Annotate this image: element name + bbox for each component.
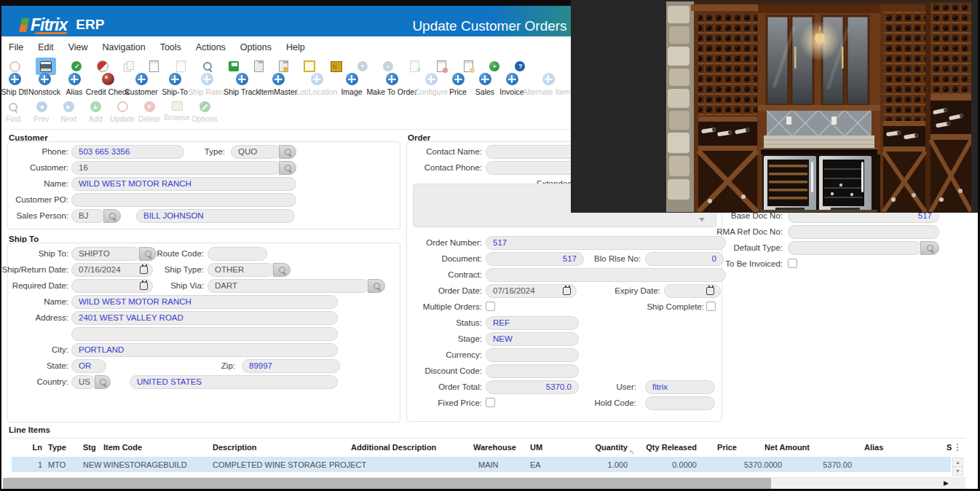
cell-ln: 1	[23, 460, 42, 469]
type-input[interactable]: QUO	[231, 145, 280, 159]
cancel-icon[interactable]	[97, 60, 108, 72]
user-input[interactable]: fitrix	[645, 380, 715, 394]
default-type-lookup-button[interactable]	[920, 241, 939, 255]
menu-file[interactable]: File	[9, 42, 23, 52]
menu-options[interactable]: Options	[240, 42, 272, 52]
col-header-stg[interactable]: Stg	[83, 443, 96, 452]
menu-navigation[interactable]: Navigation	[103, 42, 146, 52]
zip-input[interactable]: 89997	[242, 359, 340, 373]
col-header-qty-released[interactable]: Qty Released	[639, 443, 697, 452]
nav-label: Update	[110, 114, 135, 123]
document-label: Document:	[374, 252, 482, 266]
ship-via-input[interactable]: DART	[208, 279, 369, 293]
record-nav-toolbar: Find ◀Prev ▶Next +Add Update ×Delete Bro…	[1, 101, 293, 127]
clipboard-icon[interactable]	[254, 60, 264, 72]
default-type-input[interactable]	[788, 241, 922, 255]
customer-number-input[interactable]: 16	[71, 161, 280, 175]
ship-to-input[interactable]: SHIPTO	[71, 247, 141, 261]
horizontal-scrollbar-thumb[interactable]	[3, 478, 771, 489]
order-date-label: Order Date:	[374, 284, 482, 298]
col-header-um[interactable]: UM	[530, 443, 542, 452]
print-icon	[40, 60, 52, 72]
sort-arrows-icon[interactable]	[629, 444, 633, 457]
to-be-invoiced-checkbox[interactable]	[788, 259, 797, 268]
menu-help[interactable]: Help	[286, 42, 305, 52]
sales-person-code-input[interactable]: BJ	[71, 209, 105, 223]
default-type-label: Default Type:	[673, 241, 783, 255]
paste-icon[interactable]	[148, 60, 159, 72]
next-icon: ▶	[63, 101, 74, 112]
save-icon[interactable]	[229, 61, 239, 71]
customer-po-input[interactable]	[71, 193, 296, 207]
collapse-icon	[357, 61, 368, 71]
transfer-updown-icon[interactable]	[331, 61, 342, 72]
sales-person-lookup-button[interactable]	[103, 209, 121, 223]
country-code-input[interactable]: US	[71, 375, 96, 389]
col-header-net-amount[interactable]: Net Amount	[751, 443, 810, 452]
col-header-price[interactable]: Price	[693, 443, 737, 452]
toolbar-button-alternate-items: Alternate Items	[518, 73, 579, 96]
help-icon[interactable]	[515, 61, 525, 71]
hold-code-input[interactable]	[645, 396, 715, 410]
cell-type: MTO	[48, 460, 66, 469]
window-icon[interactable]	[304, 60, 315, 72]
ship-complete-checkbox[interactable]	[706, 302, 716, 311]
col-header-type[interactable]: Type	[48, 443, 66, 452]
address1-input[interactable]: 2401 WEST VALLEY ROAD	[71, 311, 338, 325]
remove-document-icon[interactable]	[435, 60, 447, 72]
sales-person-name-input[interactable]: BILL JOHNSON	[136, 209, 295, 223]
country-lookup-button[interactable]	[95, 375, 111, 389]
commit-check-icon[interactable]	[71, 61, 82, 71]
line-item-row[interactable]: 1 MTO NEW WINESTORAGEBUILD COMPLETED WIN…	[12, 457, 951, 472]
address2-input[interactable]	[71, 327, 338, 341]
discount-code-input[interactable]	[486, 364, 579, 378]
col-header-item-code[interactable]: Item Code	[103, 443, 142, 452]
stage-input[interactable]: NEW	[486, 332, 579, 346]
status-input[interactable]: REF	[486, 316, 579, 330]
col-header-description[interactable]: Description	[213, 443, 257, 452]
route-code-label: Route Code:	[144, 247, 204, 261]
state-input[interactable]: OR	[71, 359, 106, 373]
col-header-ln[interactable]: Ln	[23, 443, 42, 452]
menu-edit[interactable]: Edit	[38, 42, 54, 52]
run-icon[interactable]	[489, 61, 499, 71]
order-total-input[interactable]: 5370.0	[486, 380, 579, 394]
fixed-price-checkbox[interactable]	[486, 398, 495, 407]
menu-actions[interactable]: Actions	[196, 42, 226, 52]
phone-input[interactable]: 503 665 3356	[71, 145, 184, 159]
rma-ref-doc-no-label: RMA Ref Doc No:	[673, 225, 783, 239]
col-header-warehouse[interactable]: Warehouse	[473, 443, 516, 452]
city-input[interactable]: PORTLAND	[71, 343, 338, 357]
nav-label: Next	[60, 114, 76, 123]
scroll-right-arrow-icon[interactable]: ▶	[944, 479, 949, 487]
add-icon: +	[90, 101, 101, 112]
calendar-icon[interactable]	[706, 287, 714, 295]
nav-label: Delete	[138, 114, 160, 123]
route-code-input[interactable]	[208, 247, 267, 261]
search-icon[interactable]	[202, 60, 213, 72]
menu-view[interactable]: View	[68, 42, 88, 52]
rma-ref-doc-no-input[interactable]	[788, 225, 939, 239]
col-header-quantity[interactable]: Quantity	[569, 443, 628, 452]
lookup-magnifier-icon	[285, 165, 291, 171]
col-header-s[interactable]: S	[947, 443, 952, 452]
type-lookup-button[interactable]	[279, 145, 296, 159]
country-name-input[interactable]: UNITED STATES	[130, 375, 338, 389]
menu-tools[interactable]: Tools	[160, 42, 181, 52]
multiple-orders-checkbox[interactable]	[486, 302, 495, 311]
row-scroll-down-button[interactable]: ▼	[952, 466, 963, 476]
col-header-alias[interactable]: Alias	[864, 443, 883, 452]
note-document-icon[interactable]	[462, 60, 474, 72]
customer-name-input[interactable]: WILD WEST MOTOR RANCH	[71, 177, 296, 191]
clipboard-add-icon[interactable]	[279, 60, 288, 72]
currency-input[interactable]	[486, 348, 579, 362]
ship-name-input[interactable]: WILD WEST MOTOR RANCH	[71, 295, 338, 309]
ship-type-lookup-button[interactable]	[273, 263, 291, 277]
nav-label: Find	[6, 114, 20, 123]
customer-lookup-button[interactable]	[279, 161, 296, 175]
sales-person-label: Sales Person:	[4, 209, 68, 223]
col-header-additional-description[interactable]: Additional Description	[351, 443, 436, 452]
customer-po-label: Customer PO:	[4, 193, 68, 207]
find-icon	[8, 101, 19, 112]
ship-type-input[interactable]: OTHER	[208, 263, 274, 277]
